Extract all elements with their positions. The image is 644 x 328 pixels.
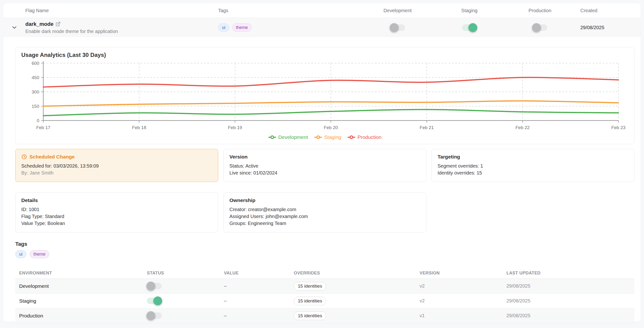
svg-text:Feb 21: Feb 21 <box>420 125 434 130</box>
tags-section: Tags uitheme <box>15 241 634 258</box>
ownership-creator: Creator: creator@example.com <box>230 206 420 213</box>
tag-pill-theme: theme <box>232 23 252 31</box>
flag-name: dark_mode <box>25 21 53 27</box>
svg-text:Feb 20: Feb 20 <box>324 125 338 130</box>
env-name: Staging <box>15 298 143 304</box>
env-row-production: Production–15 identitiesv129/08/2025 <box>15 309 634 323</box>
staging-toggle[interactable] <box>462 24 477 31</box>
svg-text:Feb 23: Feb 23 <box>611 125 625 130</box>
ownership-card-title: Ownership <box>230 197 420 203</box>
flag-description: Enable dark mode theme for the applicati… <box>25 29 218 34</box>
details-id: ID: 1001 <box>21 206 212 213</box>
env-value: – <box>220 313 290 319</box>
tags-section-pills: uitheme <box>15 250 634 258</box>
details-value-type: Value Type: Boolean <box>21 220 212 227</box>
development-status-toggle[interactable] <box>147 283 162 289</box>
flag-table-header: Flag Name Tags Development Staging Produ… <box>3 3 641 18</box>
details-card-title: Details <box>21 197 212 203</box>
clock-icon <box>21 154 27 160</box>
segment-overrides: Segment overrides: 1 <box>438 163 628 170</box>
header-staging: Staging <box>434 8 505 13</box>
usage-analytics-chart: 0150300450600Feb 17Feb 18Feb 19Feb 20Feb… <box>20 60 629 132</box>
legend-item-staging: Staging <box>314 134 341 140</box>
legend-item-production: Production <box>347 134 381 140</box>
tag-pill-ui: ui <box>15 250 26 258</box>
scheduled-for-text: Scheduled for: 03/03/2026, 13:59:09 <box>21 163 212 170</box>
env-last-updated: 29/08/2025 <box>502 283 634 289</box>
external-link-icon[interactable] <box>56 21 60 26</box>
toggle-knob <box>532 23 541 32</box>
env-version: v1 <box>416 313 502 319</box>
legend-marker-icon <box>268 135 276 139</box>
identities-pill[interactable]: 15 identities <box>294 312 326 320</box>
env-header-environment: ENVIRONMENT <box>15 271 143 276</box>
svg-text:600: 600 <box>32 61 39 66</box>
targeting-card-title: Targeting <box>438 154 628 160</box>
header-tags: Tags <box>218 8 362 13</box>
legend-marker-icon <box>347 135 356 139</box>
details-card: Details ID: 1001 Flag Type: Standard Val… <box>15 192 218 232</box>
scheduled-by-text: By: Jane Smith <box>21 170 212 176</box>
svg-text:Feb 22: Feb 22 <box>516 125 530 130</box>
scheduled-change-card: Scheduled Change Scheduled for: 03/03/20… <box>15 149 218 182</box>
env-row-staging: Staging–15 identitiesv229/08/2025 <box>15 294 634 309</box>
env-header-version: VERSION <box>416 271 502 276</box>
env-value: – <box>220 298 290 304</box>
tags-section-title: Tags <box>15 241 634 247</box>
svg-text:300: 300 <box>32 89 39 94</box>
legend-marker-icon <box>314 135 322 139</box>
env-last-updated: 29/08/2025 <box>502 298 634 304</box>
toggle-knob <box>146 282 155 291</box>
identities-pill[interactable]: 15 identities <box>294 297 326 305</box>
details-flag-type: Flag Type: Standard <box>21 213 212 220</box>
env-header-overrides: OVERRIDES <box>290 271 416 276</box>
tag-pill-theme: theme <box>30 250 49 258</box>
scheduled-change-title: Scheduled Change <box>30 154 75 160</box>
ownership-card: Ownership Creator: creator@example.com A… <box>224 192 426 232</box>
env-name: Production <box>15 313 143 319</box>
header-production: Production <box>505 8 574 13</box>
tag-pill-ui: ui <box>218 23 229 31</box>
svg-text:450: 450 <box>32 75 39 80</box>
targeting-card: Targeting Segment overrides: 1 Identity … <box>432 149 634 182</box>
env-last-updated: 29/08/2025 <box>502 313 634 319</box>
env-value: – <box>220 283 290 289</box>
development-toggle[interactable] <box>390 24 405 31</box>
env-header-last-updated: LAST UPDATED <box>502 271 634 276</box>
production-toggle[interactable] <box>532 24 547 31</box>
flag-row[interactable]: dark_mode Enable dark mode theme for the… <box>3 18 641 37</box>
svg-text:Feb 19: Feb 19 <box>228 125 242 130</box>
version-live-since: Live since: 01/02/2024 <box>230 170 420 176</box>
flag-row-tags: uitheme <box>218 23 362 31</box>
expand-chevron-down-icon[interactable] <box>11 24 18 31</box>
toggle-knob <box>390 23 398 32</box>
env-header-status: STATUS <box>143 271 220 276</box>
toggle-knob <box>153 297 162 305</box>
env-name: Development <box>15 283 143 289</box>
usage-analytics-card: Usage Analytics (Last 30 Days) 015030045… <box>15 47 634 144</box>
header-created: Created <box>574 8 641 13</box>
toggle-knob <box>146 311 155 320</box>
ownership-groups: Groups: Engineering Team <box>230 220 420 227</box>
svg-text:Feb 17: Feb 17 <box>36 125 50 130</box>
identities-pill[interactable]: 15 identities <box>294 282 326 291</box>
env-version: v2 <box>416 283 502 289</box>
environments-table: ENVIRONMENT STATUS VALUE OVERRIDES VERSI… <box>15 268 634 323</box>
version-card: Version Status: Active Live since: 01/02… <box>224 149 426 182</box>
production-status-toggle[interactable] <box>147 313 162 319</box>
ownership-assigned-users: Assigned Users: john@example.com <box>230 213 420 220</box>
identity-overrides: Identity overrides: 15 <box>438 170 628 176</box>
chart-legend: DevelopmentStagingProduction <box>20 133 630 142</box>
header-flag-name: Flag Name <box>25 8 218 13</box>
svg-text:Feb 18: Feb 18 <box>132 125 146 130</box>
content-panel: Flag Name Tags Development Staging Produ… <box>3 3 641 322</box>
svg-text:150: 150 <box>32 104 39 109</box>
header-development: Development <box>362 8 434 13</box>
staging-status-toggle[interactable] <box>147 298 162 304</box>
flag-created-date: 29/08/2025 <box>574 25 641 30</box>
environments-table-header: ENVIRONMENT STATUS VALUE OVERRIDES VERSI… <box>15 268 634 279</box>
env-row-development: Development–15 identitiesv229/08/2025 <box>15 279 634 294</box>
chart-title: Usage Analytics (Last 30 Days) <box>20 52 630 58</box>
env-version: v2 <box>416 298 502 304</box>
version-status: Status: Active <box>230 163 420 170</box>
